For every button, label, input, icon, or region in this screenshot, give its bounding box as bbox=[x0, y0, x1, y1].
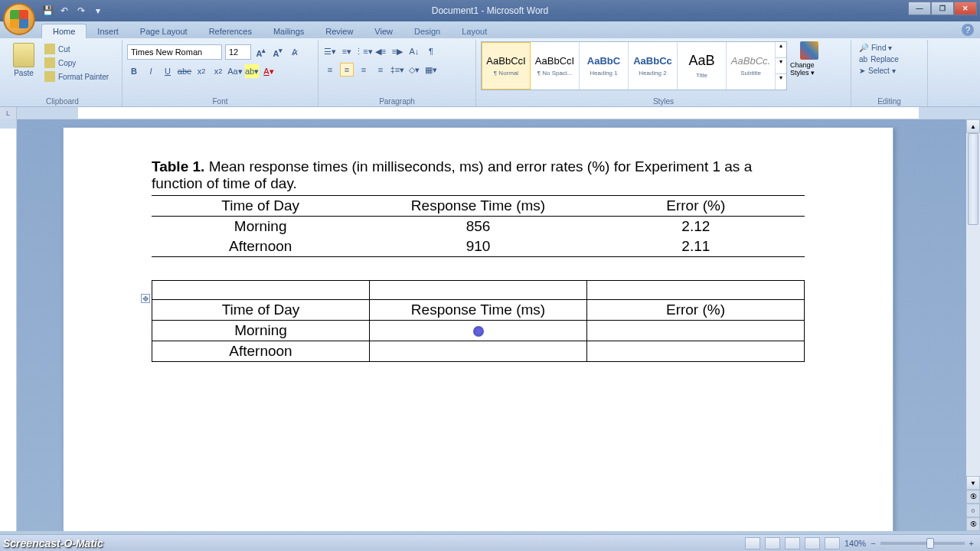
full-screen-view-button[interactable] bbox=[765, 537, 780, 549]
style-normal[interactable]: AaBbCcI¶ Normal bbox=[482, 42, 531, 90]
browse-object-icon[interactable]: ○ bbox=[966, 504, 980, 517]
increase-indent-button[interactable]: ≡▶ bbox=[390, 44, 404, 58]
numbering-button[interactable]: ≡▾ bbox=[340, 44, 354, 58]
tab-references[interactable]: References bbox=[198, 24, 263, 38]
align-center-button[interactable]: ≡ bbox=[340, 63, 354, 77]
tab-view[interactable]: View bbox=[364, 24, 403, 38]
superscript-button[interactable]: x2 bbox=[211, 64, 225, 78]
font-color-button[interactable]: A▾ bbox=[262, 64, 276, 78]
underline-button[interactable]: U bbox=[161, 64, 175, 78]
style-subtitle[interactable]: AaBbCc.Subtitle bbox=[727, 42, 776, 90]
replace-button[interactable]: abReplace bbox=[856, 54, 923, 64]
paste-button[interactable]: Paste bbox=[8, 41, 40, 77]
tab-design[interactable]: Design bbox=[403, 24, 451, 38]
undo-icon[interactable]: ↶ bbox=[58, 5, 70, 17]
redo-icon[interactable]: ↷ bbox=[75, 5, 87, 17]
bullets-button[interactable]: ☰▾ bbox=[323, 44, 337, 58]
document-scroll[interactable]: Table 1. Mean response times (in millise… bbox=[17, 119, 966, 531]
subscript-button[interactable]: x2 bbox=[194, 64, 208, 78]
grow-font-button[interactable]: A▴ bbox=[254, 45, 268, 59]
multilevel-button[interactable]: ⋮≡▾ bbox=[357, 44, 371, 58]
strikethrough-button[interactable]: abe bbox=[178, 64, 191, 78]
cell[interactable] bbox=[370, 341, 587, 362]
scroll-down-icon[interactable]: ▼ bbox=[966, 476, 980, 490]
next-page-icon[interactable]: ⦿ bbox=[966, 517, 980, 531]
cell[interactable]: Error (%) bbox=[587, 300, 805, 321]
bold-button[interactable]: B bbox=[127, 64, 141, 78]
style-heading2[interactable]: AaBbCcHeading 2 bbox=[629, 42, 678, 90]
zoom-level[interactable]: 140% bbox=[844, 539, 866, 548]
cell-active[interactable]: Afternoon bbox=[152, 341, 370, 362]
scroll-thumb[interactable] bbox=[968, 133, 978, 225]
gallery-down-icon[interactable]: ▾ bbox=[776, 58, 786, 74]
style-heading1[interactable]: AaBbCHeading 1 bbox=[580, 42, 629, 90]
justify-button[interactable]: ≡ bbox=[374, 63, 387, 77]
decrease-indent-button[interactable]: ◀≡ bbox=[374, 44, 387, 58]
minimize-button[interactable]: — bbox=[908, 2, 931, 15]
font-size-select[interactable] bbox=[225, 44, 251, 60]
qat-dropdown-icon[interactable]: ▾ bbox=[92, 5, 104, 17]
italic-button[interactable]: I bbox=[144, 64, 158, 78]
cell[interactable] bbox=[587, 341, 805, 362]
zoom-in-button[interactable]: + bbox=[969, 539, 974, 548]
tab-mailings[interactable]: Mailings bbox=[263, 24, 315, 38]
table-move-handle[interactable]: ✥ bbox=[141, 294, 150, 303]
cell[interactable] bbox=[370, 321, 587, 341]
font-name-select[interactable] bbox=[127, 44, 222, 60]
scroll-up-icon[interactable]: ▲ bbox=[966, 119, 980, 133]
tab-review[interactable]: Review bbox=[315, 24, 364, 38]
format-painter-button[interactable]: Format Painter bbox=[43, 70, 110, 83]
close-button[interactable]: ✕ bbox=[954, 2, 977, 15]
style-title[interactable]: AaBTitle bbox=[678, 42, 727, 90]
cut-button[interactable]: Cut bbox=[43, 43, 110, 55]
cell[interactable] bbox=[587, 321, 805, 341]
align-left-button[interactable]: ≡ bbox=[323, 63, 337, 77]
tab-insert[interactable]: Insert bbox=[87, 24, 129, 38]
change-styles-button[interactable]: Change Styles ▾ bbox=[790, 41, 828, 77]
shrink-font-button[interactable]: A▾ bbox=[271, 45, 285, 59]
shading-button[interactable]: ◇▾ bbox=[407, 63, 421, 77]
scroll-track[interactable] bbox=[966, 133, 980, 476]
gallery-up-icon[interactable]: ▴ bbox=[776, 42, 786, 58]
sort-button[interactable]: A↓ bbox=[407, 44, 421, 58]
cell[interactable]: Time of Day bbox=[152, 300, 370, 321]
tab-home[interactable]: Home bbox=[41, 24, 87, 38]
highlight-button[interactable]: ab▾ bbox=[245, 64, 259, 78]
styles-gallery[interactable]: AaBbCcI¶ Normal AaBbCcI¶ No Spaci... AaB… bbox=[481, 41, 787, 90]
maximize-button[interactable]: ❐ bbox=[931, 2, 954, 15]
print-layout-view-button[interactable] bbox=[745, 537, 760, 549]
cell[interactable]: Response Time (ms) bbox=[370, 300, 587, 321]
ruler-corner[interactable]: L bbox=[0, 107, 17, 119]
outline-view-button[interactable] bbox=[805, 537, 820, 549]
office-button[interactable] bbox=[3, 3, 35, 35]
save-icon[interactable]: 💾 bbox=[41, 5, 54, 17]
borders-button[interactable]: ▦▾ bbox=[424, 63, 438, 77]
clear-formatting-button[interactable]: A̷ bbox=[288, 45, 302, 59]
line-spacing-button[interactable]: ‡≡▾ bbox=[390, 63, 404, 77]
show-marks-button[interactable]: ¶ bbox=[424, 44, 438, 58]
draft-view-button[interactable] bbox=[825, 537, 840, 549]
zoom-thumb[interactable] bbox=[926, 538, 934, 549]
find-button[interactable]: 🔎Find ▾ bbox=[856, 43, 923, 53]
apa-table: Time of Day Response Time (ms) Error (%)… bbox=[152, 195, 805, 257]
vertical-ruler[interactable] bbox=[0, 119, 17, 531]
editing-table[interactable]: Time of Day Response Time (ms) Error (%)… bbox=[152, 280, 805, 362]
change-case-button[interactable]: Aa▾ bbox=[228, 64, 242, 78]
help-icon[interactable]: ? bbox=[962, 24, 974, 36]
zoom-slider[interactable] bbox=[880, 542, 965, 545]
vertical-scrollbar[interactable]: ▲ ▼ ⦿ ○ ⦿ bbox=[966, 119, 980, 531]
prev-page-icon[interactable]: ⦿ bbox=[966, 490, 980, 504]
status-bar: 140% − + bbox=[0, 534, 980, 551]
copy-button[interactable]: Copy bbox=[43, 57, 110, 69]
tab-layout[interactable]: Layout bbox=[451, 24, 498, 38]
align-right-button[interactable]: ≡ bbox=[357, 63, 371, 77]
horizontal-ruler[interactable]: L bbox=[0, 107, 980, 119]
page[interactable]: Table 1. Mean response times (in millise… bbox=[63, 127, 893, 531]
gallery-more-icon[interactable]: ▾ bbox=[776, 74, 786, 90]
select-button[interactable]: ➤Select ▾ bbox=[856, 66, 923, 76]
zoom-out-button[interactable]: − bbox=[871, 539, 875, 548]
style-no-spacing[interactable]: AaBbCcI¶ No Spaci... bbox=[531, 42, 580, 90]
cell[interactable]: Morning bbox=[152, 321, 370, 341]
web-layout-view-button[interactable] bbox=[785, 537, 800, 549]
tab-page-layout[interactable]: Page Layout bbox=[129, 24, 198, 38]
